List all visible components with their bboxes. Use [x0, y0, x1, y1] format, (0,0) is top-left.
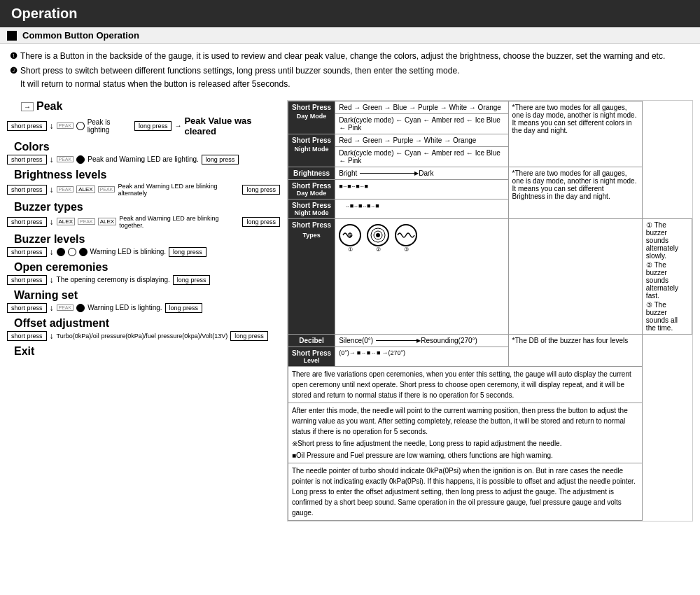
warning-cell: After enter this mode, the needle will p… [288, 402, 643, 463]
colors-short-press[interactable]: short press [7, 155, 47, 164]
brightness-night-blocks: -- ■ -- ■ -- ■ -- ■ [335, 199, 508, 218]
brightness-night-label: Short Press Night Mode [288, 199, 335, 218]
intro-bullet-1: ❶ There is a Button in the backside of t… [10, 50, 690, 63]
buzzer-levels-desc: Warning LED is blinking. [90, 248, 167, 255]
buzzer-types-long-press[interactable]: long press [242, 217, 280, 227]
color-short-press-label: Short Press Day Mode [288, 101, 335, 134]
colors-title: Colors [7, 141, 280, 153]
buzzer-levels-title: Buzzer levels [7, 233, 280, 246]
offset-content: short press ↓ Turbo(0kPa)/oil pressure(0… [7, 331, 280, 341]
buzzer-levels-content: short press ↓ Warning LED is blinking. l… [7, 247, 280, 257]
brightness-short-press[interactable]: short press [7, 185, 47, 195]
right-panel: Short Press Day Mode Red → Green → Blue … [287, 100, 693, 522]
ceremonies-cell: There are five variations open ceremonie… [288, 366, 643, 402]
colors-row: Colors short press ↓ PEAK Peak and Warni… [7, 141, 280, 164]
intro-bullet-2: ❷ Short press to switch between differen… [10, 64, 690, 91]
peak-content: short press ↓ PEAK Peak is lighting long… [7, 115, 280, 136]
ceremonies-desc: The opening ceremony is displaying. [57, 276, 170, 284]
ceremonies-title: Open ceremonies [7, 261, 280, 274]
buzzer-notes: ① The buzzer sounds alternately slowly. … [642, 218, 692, 334]
peak-lighting-desc: Peak is lighting [88, 118, 132, 134]
decibel-row: Decibel Silence(0°) ▶ Resounding(270°) *… [288, 334, 692, 346]
section-title-bar: Common Button Operation [0, 27, 700, 44]
brightness-day-label: Short Press Day Mode [288, 179, 335, 199]
peak-row: → Peak short press ↓ PEAK Peak is lighti… [7, 100, 280, 136]
colors-content: short press ↓ PEAK Peak and Warning LED … [7, 155, 280, 164]
peak-short-press[interactable]: short press [7, 121, 47, 131]
decibel-note: *The DB of the buzzer has four levels [508, 334, 642, 366]
brightness-content: short press ↓ PEAK ALEX PEAK Peak and Wa… [7, 183, 280, 197]
buzzer-levels-row: Buzzer levels short press ↓ Warning LED … [7, 233, 280, 257]
svg-point-3 [376, 233, 380, 237]
color-night-label: Short Press Night Mode [288, 134, 335, 167]
peak-long-press[interactable]: long press [134, 121, 172, 131]
buzzer-led-3 [79, 248, 88, 256]
buzzer-levels-short-press[interactable]: short press [7, 247, 47, 257]
color-short-press-row: Short Press Day Mode Red → Green → Blue … [288, 101, 692, 113]
brightness-range: Bright ▶ Dark [335, 167, 508, 179]
offset-short-press[interactable]: short press [7, 331, 47, 341]
buzzer-led-2 [68, 248, 76, 256]
main-content: → Peak short press ↓ PEAK Peak is lighti… [0, 96, 700, 526]
warning-content: short press ↓ PEAK Warning LED is lighti… [7, 303, 280, 313]
offset-cell: The needle pointer of turbo should indic… [288, 463, 643, 520]
section-title-text: Common Button Operation [22, 30, 139, 41]
decibel-short-press-label: Short Press Level [288, 346, 335, 366]
colors-desc: Peak and Warning LED are lighting. [88, 155, 199, 163]
page-title: Operation [11, 6, 77, 21]
offset-long-press[interactable]: long press [230, 331, 268, 341]
brightness-day-blocks: ■ -- ■ -- ■ -- ■ [335, 179, 508, 199]
warning-desc: Warning LED is lighting. [88, 304, 162, 312]
exit-row: Exit [7, 345, 280, 358]
brightness-label: Brightness [288, 167, 335, 179]
buzzer-types-short-press[interactable]: short press [7, 217, 47, 227]
warning-table-row: After enter this mode, the needle will p… [288, 402, 692, 463]
right-table: Short Press Day Mode Red → Green → Blue … [288, 101, 692, 521]
colors-long-press[interactable]: long press [202, 155, 239, 164]
buzzer-types-row: Buzzer types short press ↓ ALEX PEAK ALE… [7, 201, 280, 229]
color-night-cycle: Dark(cycle mode) ← Cyan ← Amber red ← Ic… [335, 146, 508, 167]
brightness-header-row: Brightness Bright ▶ Dark *There are two … [288, 167, 692, 179]
page-header: Operation [0, 0, 700, 27]
color-day-row: Red → Green → Blue → Purple → White → Or… [335, 101, 508, 113]
exit-title: Exit [7, 345, 280, 358]
ceremonies-content: short press ↓ The opening ceremony is di… [7, 275, 280, 285]
buzzer-icons-cell: ① ② [335, 218, 508, 334]
brightness-note: *There are two modes for all gauges, one… [508, 167, 642, 218]
brightness-title: Brightness levels [7, 169, 280, 181]
buzzer-led-1 [57, 248, 65, 256]
warning-long-press[interactable]: long press [165, 303, 203, 313]
color-day-cycle: Dark(cycle mode) ← Cyan ← Amber red ← Ic… [335, 113, 508, 134]
brightness-row: Brightness levels short press ↓ PEAK ALE… [7, 169, 280, 197]
brightness-long-press[interactable]: long press [242, 185, 280, 195]
ceremonies-short-press[interactable]: short press [7, 275, 47, 285]
peak-cleared-text: Peak Value was cleared [184, 115, 280, 136]
decibel-bar: (0°)→ ■ -- ■ -- ■ →(270°) [335, 346, 508, 366]
section-icon [7, 31, 17, 41]
buzzer-icon-2: ② [367, 224, 389, 253]
ceremonies-row: Open ceremonies short press ↓ The openin… [7, 261, 280, 285]
buzzer-types-label: Short Press Types [288, 218, 335, 334]
warning-title: Warning set [7, 289, 280, 302]
decibel-range: Silence(0°) ▶ Resounding(270°) [335, 334, 508, 346]
buzzer-types-desc: Peak and Warning LED are blinking togeth… [119, 215, 239, 229]
decibel-label: Decibel [288, 334, 335, 346]
color-note: *There are two modes for all gauges, one… [508, 101, 642, 167]
offset-title: Offset adjustment [7, 317, 280, 330]
peak-led-open [76, 122, 84, 130]
color-night-row: Red → Green → Purple → White → Orange [335, 134, 508, 146]
offset-row: Offset adjustment short press ↓ Turbo(0k… [7, 317, 280, 341]
warning-short-press[interactable]: short press [7, 303, 47, 313]
offset-table-row: The needle pointer of turbo should indic… [288, 463, 692, 520]
brightness-desc: Peak and Warning LED are blinking altern… [118, 183, 239, 197]
buzzer-icon-1: ① [339, 224, 361, 253]
buzzer-icon-3: ③ [395, 224, 417, 253]
ceremonies-long-press[interactable]: long press [173, 275, 211, 285]
warning-led [76, 304, 85, 312]
buzzer-levels-long-press[interactable]: long press [169, 247, 206, 257]
left-panel: → Peak short press ↓ PEAK Peak is lighti… [7, 100, 280, 522]
colors-led-filled [76, 155, 85, 164]
buzzer-types-title: Buzzer types [7, 201, 280, 214]
offset-desc: Turbo(0kPa)/oil pressure(0kPa)/fuel pres… [57, 332, 228, 340]
buzzer-types-content: short press ↓ ALEX PEAK ALEX Peak and Wa… [7, 215, 280, 229]
